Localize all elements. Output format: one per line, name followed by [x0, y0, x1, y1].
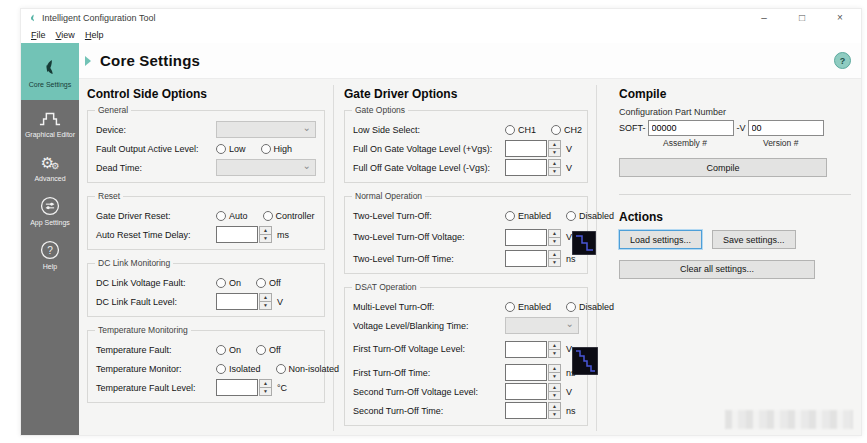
spin-control: ▲▼	[216, 379, 272, 396]
dropdown-voltage-level-blanking-time[interactable]: ⌄	[505, 317, 579, 334]
field-label: Auto Reset Time Delay:	[96, 230, 216, 240]
radio-button[interactable]	[216, 211, 226, 221]
radio-button[interactable]	[263, 211, 273, 221]
spin-control: ▲▼	[505, 402, 561, 419]
radio-button[interactable]	[505, 302, 515, 312]
radio-label: Off	[269, 345, 281, 355]
dropdown-device[interactable]: ⌄	[216, 121, 316, 138]
version-number-input[interactable]	[748, 120, 824, 136]
spin-input-two-level-turn-off-time[interactable]	[505, 250, 547, 267]
radio-option-on[interactable]: On	[216, 345, 241, 355]
dropdown-dead-time[interactable]: ⌄	[216, 159, 316, 176]
radio-label: Off	[269, 278, 281, 288]
menu-view[interactable]: View	[51, 30, 80, 40]
form-row: First Turn-Off Time:▲▼ns	[353, 363, 579, 382]
radio-option-ch2[interactable]: CH2	[551, 125, 582, 135]
menu-file[interactable]: File	[26, 30, 51, 40]
radio-option-auto[interactable]: Auto	[216, 211, 248, 221]
radio-option-off[interactable]: Off	[256, 278, 281, 288]
spin-down-button[interactable]: ▼	[548, 391, 561, 400]
spin-down-button[interactable]: ▼	[259, 234, 272, 243]
spin-input-auto-reset-time-delay[interactable]	[216, 226, 258, 243]
form-row: Low Side Select:CH1CH2	[353, 120, 579, 139]
spin-control: ▲▼	[505, 383, 561, 400]
spinner-buttons: ▲▼	[259, 379, 272, 396]
sidebar-item-advanced[interactable]: ⚙⚙Advanced	[21, 144, 79, 188]
radio-option-isolated[interactable]: Isolated	[216, 364, 261, 374]
group-title: General	[95, 105, 131, 115]
form-row: Temperature Fault Level:▲▼°C	[96, 378, 316, 397]
minimize-button[interactable]: –	[758, 13, 770, 23]
field-label: Second Turn-Off Time:	[353, 406, 505, 416]
sidebar-item-graphical-editor[interactable]: Graphical Editor	[21, 100, 79, 144]
compile-button[interactable]: Compile	[619, 158, 827, 177]
radio-button[interactable]	[505, 125, 515, 135]
spin-down-button[interactable]: ▼	[259, 301, 272, 310]
close-button[interactable]: ×	[834, 13, 846, 23]
spin-down-button[interactable]: ▼	[548, 258, 561, 267]
radio-option-ch1[interactable]: CH1	[505, 125, 536, 135]
radio-option-enabled[interactable]: Enabled	[505, 211, 551, 221]
group-title: Normal Operation	[352, 191, 425, 201]
spin-input-two-level-turn-off-voltage[interactable]	[505, 229, 547, 246]
radio-button[interactable]	[216, 364, 226, 374]
load-settings-button[interactable]: Load settings...	[619, 230, 702, 249]
radio-button[interactable]	[551, 125, 561, 135]
spinner-buttons: ▲▼	[548, 364, 561, 381]
spin-input-second-turn-off-time[interactable]	[505, 402, 547, 419]
spin-down-button[interactable]: ▼	[548, 148, 561, 157]
radio-option-non-isolated[interactable]: Non-isolated	[276, 364, 340, 374]
version-label: Version #	[763, 138, 798, 148]
radio-option-on[interactable]: On	[216, 278, 241, 288]
spin-down-button[interactable]: ▼	[548, 167, 561, 176]
radio-button[interactable]	[216, 278, 226, 288]
spin-input-first-turn-off-time[interactable]	[505, 364, 547, 381]
spin-input-first-turn-off-voltage-level[interactable]	[505, 341, 547, 358]
form-row: Full Off Gate Voltage Level (-Vgs):▲▼V	[353, 158, 579, 177]
spin-down-button[interactable]: ▼	[259, 387, 272, 396]
spin-input-temperature-fault-level[interactable]	[216, 379, 258, 396]
spin-down-button[interactable]: ▼	[548, 410, 561, 419]
radio-button[interactable]	[566, 211, 576, 221]
spin-input-full-off-gate-voltage-level-vgs[interactable]	[505, 159, 547, 176]
radio-option-enabled[interactable]: Enabled	[505, 302, 551, 312]
spin-control: ▲▼	[505, 250, 561, 267]
spin-input-second-turn-off-voltage-level[interactable]	[505, 383, 547, 400]
radio-button[interactable]	[216, 144, 226, 154]
field-label: Two-Level Turn-Off:	[353, 211, 505, 221]
form-row: Device:⌄	[96, 120, 316, 139]
radio-button[interactable]	[276, 364, 286, 374]
spin-input-full-on-gate-voltage-level-vgs[interactable]	[505, 140, 547, 157]
form-row: Gate Driver Reset:AutoController	[96, 206, 316, 225]
spin-down-button[interactable]: ▼	[548, 237, 561, 246]
sidebar-item-app-settings[interactable]: App Settings	[21, 188, 79, 232]
assembly-number-input[interactable]	[648, 120, 734, 136]
radio-option-off[interactable]: Off	[256, 345, 281, 355]
radio-option-high[interactable]: High	[261, 144, 293, 154]
radio-option-low[interactable]: Low	[216, 144, 246, 154]
save-settings-button[interactable]: Save settings...	[712, 230, 796, 249]
radio-button[interactable]	[256, 278, 266, 288]
spin-input-dc-link-fault-level[interactable]	[216, 293, 258, 310]
radio-button[interactable]	[256, 345, 266, 355]
menu-help[interactable]: Help	[80, 30, 109, 40]
group-gate-options: Gate OptionsLow Side Select:CH1CH2Full O…	[344, 110, 588, 183]
maximize-button[interactable]: □	[796, 13, 808, 23]
radio-button[interactable]	[566, 302, 576, 312]
sidebar-item-core-settings[interactable]: Core Settings	[21, 43, 79, 100]
spin-down-button[interactable]: ▼	[548, 349, 561, 358]
vertical-divider	[596, 85, 597, 431]
panel-title-compile: Compile	[619, 87, 849, 101]
radio-option-controller[interactable]: Controller	[263, 211, 315, 221]
radio-button[interactable]	[505, 211, 515, 221]
field-label: Two-Level Turn-Off Time:	[353, 254, 505, 264]
radio-button[interactable]	[216, 345, 226, 355]
sidebar-item-help[interactable]: ?Help	[21, 232, 79, 276]
clear-all-settings-button[interactable]: Clear all settings...	[619, 260, 815, 279]
form-row: Second Turn-Off Time:▲▼ns	[353, 401, 579, 420]
title-bar: Intelligent Configuration Tool – □ ×	[21, 9, 861, 27]
help-button[interactable]: ?	[834, 52, 851, 69]
field-label: Low Side Select:	[353, 125, 505, 135]
radio-button[interactable]	[261, 144, 271, 154]
spin-down-button[interactable]: ▼	[548, 372, 561, 381]
